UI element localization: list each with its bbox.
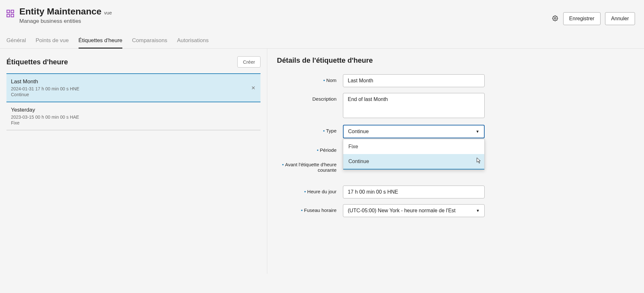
chevron-down-icon: ▼ <box>476 208 480 213</box>
tab-authorizations[interactable]: Autorisations <box>177 35 209 48</box>
form-row-description: Description <box>277 93 634 119</box>
timezone-select-display: (UTC-05:00) New York - heure normale de … <box>348 208 480 214</box>
period-label: •Période <box>277 144 336 153</box>
tab-time-labels[interactable]: Étiquettes d'heure <box>79 35 123 48</box>
time-of-day-input[interactable] <box>343 186 485 198</box>
list-item-name: Last Month <box>11 78 255 85</box>
list-item-timestamp: 2024-01-31 17 h 00 min 00 s HNE <box>11 86 255 91</box>
cancel-button[interactable]: Annuler <box>605 12 635 25</box>
svg-rect-1 <box>11 10 14 13</box>
left-panel: Étiquettes d'heure Créer Last Month 2024… <box>0 49 267 274</box>
type-select-value: Continue <box>348 129 369 134</box>
type-option-continue[interactable]: Continue <box>343 154 484 169</box>
timezone-label: •Fuseau horaire <box>277 204 336 213</box>
left-panel-header: Étiquettes d'heure Créer <box>6 56 260 68</box>
list-item-type: Fixe <box>11 120 255 125</box>
timezone-select-wrap: (UTC-05:00) New York - heure normale de … <box>343 204 485 217</box>
header-left: Entity Maintenance vue Manage business e… <box>6 6 112 24</box>
tab-comparisons[interactable]: Comparaisons <box>132 35 167 48</box>
app-icon <box>6 9 15 19</box>
page-root: Entity Maintenance vue Manage business e… <box>0 0 644 293</box>
before-current-label: •Avant l'étiquette d'heure courante <box>277 159 336 173</box>
type-select-display: Continue ▼ <box>348 129 479 134</box>
list-item[interactable]: Yesterday 2023-03-15 00 h 00 min 00 s HA… <box>6 102 260 130</box>
description-label: Description <box>277 93 336 102</box>
name-input[interactable] <box>343 74 485 87</box>
svg-point-4 <box>553 16 557 21</box>
description-input-wrap <box>343 93 485 119</box>
right-panel: Détails de l'étiquette d'heure •Nom Desc… <box>267 49 644 274</box>
tab-viewpoints[interactable]: Points de vue <box>35 35 69 48</box>
timezone-select-value: (UTC-05:00) New York - heure normale de … <box>348 208 456 214</box>
svg-point-5 <box>554 17 556 19</box>
svg-rect-2 <box>7 14 10 17</box>
svg-rect-0 <box>7 10 10 13</box>
name-input-wrap <box>343 74 485 87</box>
page-subtitle: Manage business entities <box>19 18 112 24</box>
page-title-suffix: vue <box>104 10 112 15</box>
title-block: Entity Maintenance vue Manage business e… <box>19 6 112 24</box>
list-item-name: Yesterday <box>11 107 255 113</box>
create-button[interactable]: Créer <box>237 56 260 68</box>
page-title-text: Entity Maintenance <box>19 6 101 17</box>
close-icon[interactable]: ✕ <box>251 85 255 91</box>
description-input[interactable] <box>343 93 485 118</box>
name-label: •Nom <box>277 74 336 83</box>
time-of-day-input-wrap <box>343 186 485 198</box>
tab-general[interactable]: Général <box>6 35 26 48</box>
list-item-timestamp: 2023-03-15 00 h 00 min 00 s HAE <box>11 114 255 120</box>
form-row-type: •Type Continue ▼ Fixe Continue <box>277 125 634 138</box>
left-panel-title: Étiquettes d'heure <box>6 58 68 66</box>
cursor-icon <box>477 158 482 166</box>
svg-rect-3 <box>11 14 14 17</box>
list-item[interactable]: Last Month 2024-01-31 17 h 00 min 00 s H… <box>6 73 260 102</box>
chevron-down-icon: ▼ <box>476 129 479 134</box>
header: Entity Maintenance vue Manage business e… <box>0 0 644 28</box>
list-item-type: Continue <box>11 92 255 97</box>
tabs: Général Points de vue Étiquettes d'heure… <box>0 28 644 49</box>
form-row-time-of-day: •Heure du jour <box>277 186 634 198</box>
form-row-timezone: •Fuseau horaire (UTC-05:00) New York - h… <box>277 204 634 217</box>
type-label: •Type <box>277 125 336 133</box>
type-select[interactable]: Continue ▼ <box>343 125 485 138</box>
save-button[interactable]: Enregistrer <box>563 12 601 25</box>
type-dropdown: Fixe Continue <box>343 139 485 170</box>
content: Étiquettes d'heure Créer Last Month 2024… <box>0 49 644 274</box>
type-option-fixe[interactable]: Fixe <box>343 139 484 154</box>
form-row-name: •Nom <box>277 74 634 87</box>
timezone-select[interactable]: (UTC-05:00) New York - heure normale de … <box>343 204 485 217</box>
settings-icon[interactable] <box>552 15 559 23</box>
details-title: Détails de l'étiquette d'heure <box>277 56 634 65</box>
type-select-wrap: Continue ▼ Fixe Continue <box>343 125 485 138</box>
header-right: Enregistrer Annuler <box>552 12 635 25</box>
time-of-day-label: •Heure du jour <box>277 186 336 194</box>
page-title: Entity Maintenance vue <box>19 6 112 17</box>
